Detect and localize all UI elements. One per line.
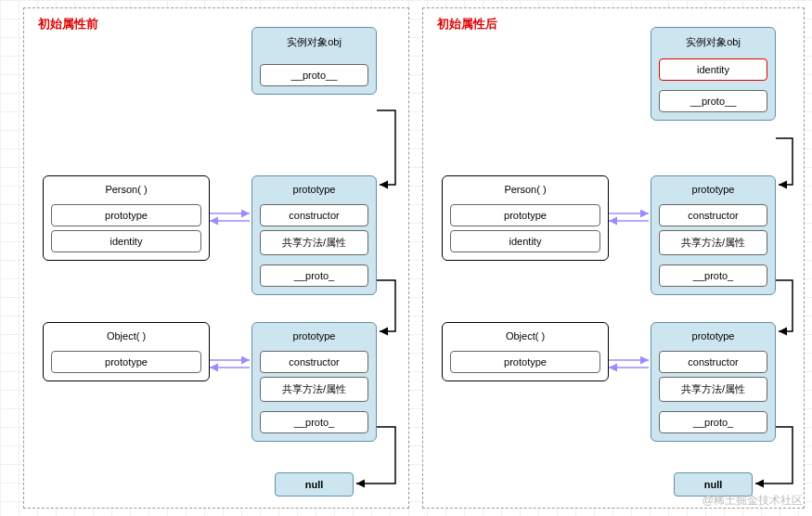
proto2-constructor-slot: constructor bbox=[260, 351, 368, 373]
proto1-box: prototype constructor 共享方法/属性 __proto_ bbox=[251, 175, 377, 295]
proto2-proto-slot: __proto_ bbox=[659, 411, 767, 433]
person-header: Person( ) bbox=[44, 182, 209, 200]
obj-header: 实例对象obj bbox=[651, 33, 775, 55]
panel-before: 初始属性前 实例对象obj __proto__ Person( ) protot… bbox=[23, 7, 409, 509]
panel-title: 初始属性前 bbox=[38, 16, 98, 32]
proto2-box: prototype constructor 共享方法/属性 __proto_ bbox=[651, 322, 776, 442]
proto1-proto-slot: __proto_ bbox=[659, 264, 767, 287]
person-identity-slot: identity bbox=[450, 230, 600, 252]
person-box: Person( ) prototype identity bbox=[442, 175, 609, 261]
person-prototype-slot: prototype bbox=[450, 204, 600, 226]
object-box: Object( ) prototype bbox=[43, 322, 210, 381]
obj-header: 实例对象obj bbox=[252, 33, 376, 55]
proto1-constructor-slot: constructor bbox=[659, 204, 767, 226]
person-prototype-slot: prototype bbox=[51, 204, 201, 226]
proto2-box: prototype constructor 共享方法/属性 __proto_ bbox=[251, 322, 377, 442]
proto1-box: prototype constructor 共享方法/属性 __proto_ bbox=[651, 175, 776, 295]
person-header: Person( ) bbox=[443, 182, 608, 200]
obj-proto-slot: __proto__ bbox=[659, 90, 767, 112]
object-prototype-slot: prototype bbox=[51, 351, 201, 373]
obj-box: 实例对象obj identity __proto__ bbox=[651, 27, 776, 121]
proto2-proto-slot: __proto_ bbox=[260, 411, 368, 433]
proto2-header: prototype bbox=[651, 329, 775, 347]
proto2-constructor-slot: constructor bbox=[659, 351, 767, 373]
person-identity-slot: identity bbox=[51, 230, 201, 252]
proto2-shared-slot: 共享方法/属性 bbox=[260, 377, 368, 402]
obj-proto-slot: __proto__ bbox=[260, 64, 368, 86]
proto1-shared-slot: 共享方法/属性 bbox=[659, 230, 767, 255]
proto1-constructor-slot: constructor bbox=[260, 204, 368, 226]
person-box: Person( ) prototype identity bbox=[43, 175, 210, 261]
obj-identity-slot: identity bbox=[659, 58, 767, 81]
panel-title: 初始属性后 bbox=[437, 16, 497, 32]
proto2-shared-slot: 共享方法/属性 bbox=[659, 377, 767, 402]
object-header: Object( ) bbox=[44, 329, 209, 347]
object-header: Object( ) bbox=[443, 329, 608, 347]
panel-after: 初始属性后 实例对象obj identity __proto__ Person(… bbox=[422, 7, 805, 509]
proto1-header: prototype bbox=[252, 182, 376, 200]
proto1-shared-slot: 共享方法/属性 bbox=[260, 230, 368, 255]
watermark: @稀土掘金技术社区 bbox=[702, 493, 803, 509]
proto1-header: prototype bbox=[651, 182, 775, 200]
proto2-header: prototype bbox=[252, 329, 376, 347]
proto1-proto-slot: __proto_ bbox=[260, 264, 368, 287]
null-box: null bbox=[275, 472, 354, 497]
object-box: Object( ) prototype bbox=[442, 322, 609, 381]
object-prototype-slot: prototype bbox=[450, 351, 600, 373]
obj-box: 实例对象obj __proto__ bbox=[251, 27, 377, 95]
